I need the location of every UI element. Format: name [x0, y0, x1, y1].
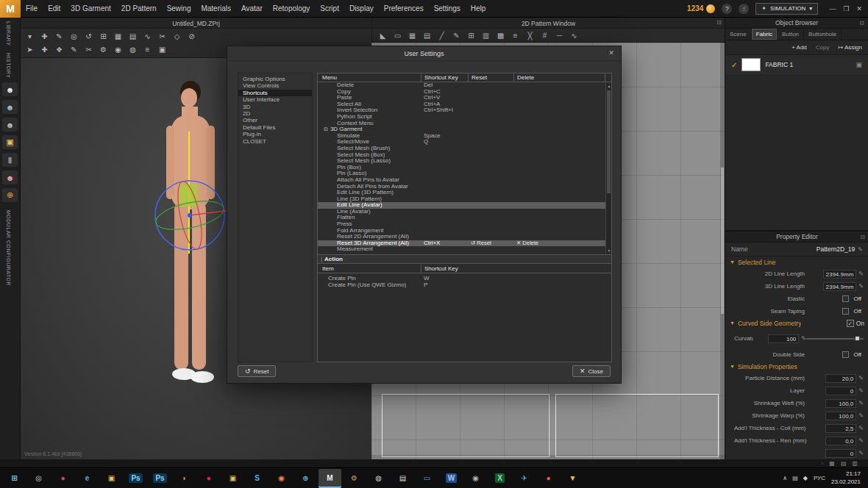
library-tab[interactable]: LIBRARY [6, 21, 11, 46]
tool-2d-icon[interactable]: ▭ [391, 30, 404, 41]
taskbar-icon[interactable]: Ps [124, 469, 147, 488]
fabric-swatch[interactable] [741, 58, 761, 71]
shortcut-key[interactable]: Ctrl+Shift+I [421, 107, 468, 114]
taskbar-icon[interactable]: e [76, 469, 99, 488]
shortcut-row[interactable]: ⊟ Pin (Box) ↺Reset ✕Delete [318, 165, 611, 171]
dock-icon[interactable]: ☻ [2, 100, 18, 114]
pattern-piece[interactable] [382, 394, 549, 457]
collapse-icon[interactable]: ⊟ [860, 234, 865, 240]
tool-3d-icon[interactable]: ⊘ [185, 31, 198, 42]
property-value[interactable]: Off [851, 351, 864, 358]
tool-3d-icon[interactable]: ✚ [38, 31, 51, 42]
tool-3d-icon[interactable]: ≡ [141, 44, 154, 55]
taskbar-icon[interactable]: Ps [149, 469, 171, 488]
section-simulation-properties[interactable]: ▼ Simulation Properties [725, 361, 868, 372]
taskbar-icon[interactable]: ✈ [513, 469, 536, 488]
tool-3d-icon[interactable]: ◇ [171, 31, 183, 42]
tool-2d-icon[interactable]: ─ [553, 30, 566, 41]
taskbar-icon[interactable]: ▭ [416, 469, 438, 488]
checkbox-checked[interactable]: ✓ [847, 320, 854, 327]
shortcut-row[interactable]: ⊟ Line (Avatar) ↺Reset ✕Delete [318, 209, 611, 215]
section-curved-side-geometry[interactable]: ▼ Curved Side Geometry ✓ On [725, 317, 868, 329]
tool-2d-icon[interactable]: ◣ [377, 30, 389, 41]
shortcut-key[interactable]: Q [421, 139, 468, 146]
dock-icon[interactable]: ☻ [2, 118, 18, 132]
tray-icon[interactable]: ▤ [792, 475, 798, 481]
taskbar-icon[interactable]: ◎ [27, 469, 50, 488]
shortcut-row[interactable]: ⊟ Attach All Pins to Avatar ↺Reset ✕Dele… [318, 177, 611, 184]
action-shortcut-key[interactable]: P [421, 281, 509, 288]
edit-pencil-icon[interactable]: ✎ [858, 387, 864, 394]
taskbar-icon[interactable]: ⊞ [3, 469, 26, 488]
menu-item[interactable]: Retopology [268, 0, 316, 18]
edit-pencil-icon[interactable]: ✎ [858, 375, 864, 381]
fabric-texture-icon[interactable]: ▣ [855, 61, 862, 68]
shortcut-row[interactable]: ⊟ Line (3D Pattern) ↺Reset ✕Delete [318, 196, 611, 203]
edit-pencil-icon[interactable]: ✎ [801, 335, 806, 342]
minimize-button[interactable]: — [829, 5, 836, 12]
shortcut-row[interactable]: ⊟ Fold Arrangement ↺Reset ✕Delete [318, 228, 611, 234]
check-icon[interactable]: ✓ [731, 61, 737, 69]
settings-category[interactable]: 2D [238, 110, 312, 117]
view-mode-icon[interactable]: ▦ [829, 460, 835, 467]
help-icon[interactable]: ? [722, 4, 732, 14]
taskbar-icon[interactable]: X [488, 469, 511, 488]
shortcut-row[interactable]: ⊟ Edit Line (3D Pattern) ↺Reset ✕Delete [318, 190, 611, 196]
shortcut-row[interactable]: ⊟ Detach All Pins from Avatar ↺Reset ✕De… [318, 184, 611, 190]
action-row[interactable]: Create Pin W [318, 275, 611, 281]
shortcut-row[interactable]: ⊟ Delete Del ↺Reset ✕Delete [318, 82, 611, 89]
edit-pencil-icon[interactable]: ✎ [858, 246, 863, 253]
taskbar-icon[interactable]: ▣ [221, 469, 244, 488]
reset-button[interactable]: ↺ Reset [238, 365, 276, 377]
tool-2d-icon[interactable]: ╳ [524, 30, 536, 41]
tray-icon[interactable]: ∧ [783, 475, 787, 481]
modular-configurator-tab[interactable]: MODULAR CONFIGURATOR [6, 210, 11, 286]
menu-item[interactable]: Avatar [236, 0, 268, 18]
object-browser-tab[interactable]: Scene [725, 29, 752, 40]
pattern-name-value[interactable]: Pattern2D_19 [817, 245, 855, 253]
tool-2d-icon[interactable]: ✎ [450, 30, 463, 41]
settings-category[interactable]: CLOSET [238, 138, 312, 145]
shortcut-row[interactable]: ⊟ Paste Ctrl+V ↺Reset ✕Delete [318, 95, 611, 101]
shortcut-row[interactable]: ⊟ Reset 2D Arrangement (All) ↺Reset ✕Del… [318, 234, 611, 240]
menu-item[interactable]: 2D Pattern [116, 0, 162, 18]
property-value[interactable]: 100,0 [825, 412, 856, 420]
tool-3d-icon[interactable]: ↺ [82, 31, 95, 42]
menu-item[interactable]: Help [466, 0, 491, 18]
tool-3d-icon[interactable]: ➤ [24, 44, 36, 55]
tool-2d-icon[interactable]: ▤ [421, 30, 433, 41]
close-dialog-button[interactable]: ✕ Close [572, 365, 611, 377]
collapse-icon[interactable]: ⊟ [324, 126, 328, 133]
tool-3d-icon[interactable]: ⚙ [97, 44, 110, 55]
property-value[interactable]: Off [851, 308, 864, 315]
dock-icon[interactable]: ⊡ [716, 19, 722, 26]
edit-pencil-icon[interactable]: ✎ [858, 425, 864, 431]
taskbar-icon[interactable]: ◉ [464, 469, 487, 488]
settings-category[interactable]: Plug-in [238, 131, 312, 137]
pattern-piece[interactable] [555, 394, 719, 457]
shortcut-row[interactable]: ⊟ Simulate Space ↺Reset ✕Delete [318, 133, 611, 140]
tool-3d-icon[interactable]: ▦ [112, 31, 124, 42]
shortcut-row[interactable]: ⊟ Context Menu ↺Reset ✕Delete [318, 121, 611, 127]
tool-2d-icon[interactable]: ▩ [494, 30, 507, 41]
shortcut-row[interactable]: ⊟ Measurement ↺Reset ✕Delete [318, 246, 611, 253]
property-value[interactable]: 2,5 [825, 424, 856, 433]
shortcut-scrollbar[interactable]: ▲ ▼ [605, 83, 611, 254]
menu-item[interactable]: File [21, 0, 43, 18]
tool-3d-icon[interactable]: ✎ [53, 31, 65, 42]
shortcut-row[interactable]: ⊟ Flatten ↺Reset ✕Delete [318, 215, 611, 221]
curvature-slider[interactable] [806, 336, 864, 342]
property-value[interactable]: 0,0 [825, 437, 856, 445]
settings-category[interactable]: User Interface [238, 96, 312, 103]
tool-3d-icon[interactable]: ◉ [112, 44, 124, 55]
shortcut-row[interactable]: ⊟ Select Mesh (Lasso) ↺Reset ✕Delete [318, 158, 611, 165]
settings-category[interactable]: Default Files [238, 124, 312, 131]
property-value[interactable]: 0 [825, 449, 856, 458]
object-browser-tab[interactable]: Fabric [752, 29, 778, 40]
shortcut-row[interactable]: ⊟ Select Mesh (Box) ↺Reset ✕Delete [318, 152, 611, 159]
taskbar-icon[interactable]: ▣ [100, 469, 123, 488]
menu-item[interactable]: Sewing [162, 0, 196, 18]
taskbar-icon[interactable]: M [319, 469, 341, 488]
settings-category[interactable]: Graphic Options [238, 76, 312, 82]
checkbox[interactable] [842, 295, 849, 302]
